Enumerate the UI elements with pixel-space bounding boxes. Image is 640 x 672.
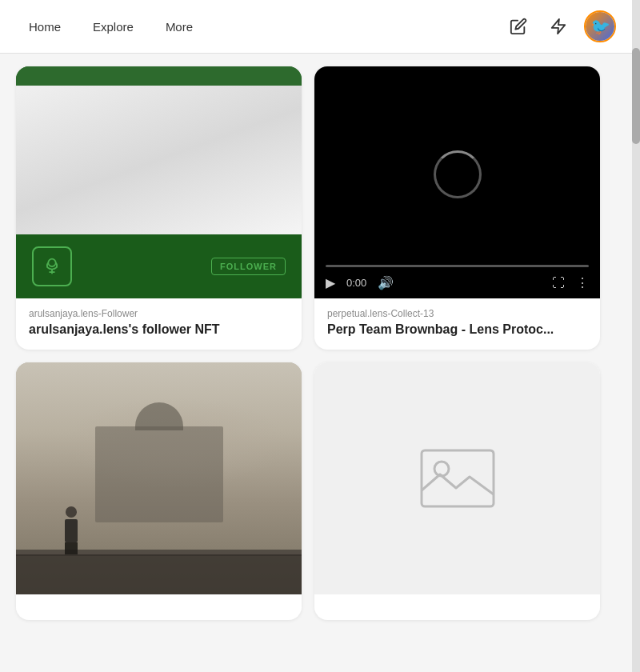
card-info-3 xyxy=(16,594,302,620)
scrollbar-thumb[interactable] xyxy=(632,48,640,144)
video-progress-bar[interactable] xyxy=(326,265,589,267)
compose-button[interactable] xyxy=(504,12,533,41)
nft-bottom-bar: FOLLOWER xyxy=(16,234,302,298)
header-nav: Home Explore More xyxy=(16,14,206,40)
video-controls-row: ▶ 0:00 🔊 ⛶ ⋮ xyxy=(326,275,589,290)
placeholder-icon xyxy=(418,446,498,510)
nft-white-area xyxy=(16,86,302,234)
person-figure xyxy=(64,506,78,554)
svg-point-5 xyxy=(434,462,449,476)
nav-home[interactable]: Home xyxy=(16,14,74,40)
card-subtitle-2: perpetual.lens-Collect-13 xyxy=(327,308,587,319)
card-title-2: Perp Team Brownbag - Lens Protoc... xyxy=(327,322,587,337)
card-photo xyxy=(16,362,302,620)
person-head xyxy=(66,506,77,518)
card-info-1: arulsanjaya.lens-Follower arulsanjaya.le… xyxy=(16,298,302,350)
video-controls: ▶ 0:00 🔊 ⛶ ⋮ xyxy=(314,257,600,298)
nft-top-bar xyxy=(16,66,302,86)
nft-follower-badge: FOLLOWER xyxy=(211,258,286,275)
play-button[interactable]: ▶ xyxy=(326,275,335,290)
video-left-controls: ▶ 0:00 🔊 xyxy=(326,275,394,290)
bw-photo xyxy=(16,362,302,594)
svg-marker-0 xyxy=(552,19,566,34)
nft-grid: FOLLOWER arulsanjaya.lens-Follower aruls… xyxy=(0,54,616,633)
nft-follower-media: FOLLOWER xyxy=(16,66,302,298)
avatar: 🐦 xyxy=(586,12,614,41)
header: Home Explore More 🐦 xyxy=(0,0,632,54)
more-options-icon[interactable]: ⋮ xyxy=(576,275,589,290)
card-info-4 xyxy=(314,594,600,620)
fullscreen-icon[interactable]: ⛶ xyxy=(552,276,565,290)
ground-shape xyxy=(16,554,302,594)
photo-media xyxy=(16,362,302,594)
compose-icon xyxy=(510,18,527,35)
nav-more[interactable]: More xyxy=(153,14,206,40)
video-spinner xyxy=(434,150,482,198)
header-actions: 🐦 xyxy=(504,10,616,42)
card-subtitle-1: arulsanjaya.lens-Follower xyxy=(29,308,289,319)
lightning-icon xyxy=(550,18,567,35)
card-info-2: perpetual.lens-Collect-13 Perp Team Brow… xyxy=(314,298,600,350)
video-right-controls: ⛶ ⋮ xyxy=(552,275,589,290)
svg-rect-4 xyxy=(422,450,494,506)
card-follower-nft: FOLLOWER arulsanjaya.lens-Follower aruls… xyxy=(16,66,302,350)
avatar-button[interactable]: 🐦 xyxy=(584,10,616,42)
volume-icon[interactable]: 🔊 xyxy=(378,275,394,290)
image-placeholder-icon xyxy=(418,446,498,510)
svg-point-1 xyxy=(48,259,55,266)
card-video: ▶ 0:00 🔊 ⛶ ⋮ perpetual.lens-Collect-13 P… xyxy=(314,66,600,350)
card-placeholder xyxy=(314,362,600,620)
nft-tree-icon xyxy=(32,246,72,286)
person-body xyxy=(65,519,78,542)
scrollbar[interactable] xyxy=(632,0,640,672)
video-media[interactable]: ▶ 0:00 🔊 ⛶ ⋮ xyxy=(314,66,600,298)
building-shape xyxy=(95,426,223,522)
notifications-button[interactable] xyxy=(544,12,573,41)
nav-explore[interactable]: Explore xyxy=(80,14,146,40)
card-title-1: arulsanjaya.lens's follower NFT xyxy=(29,322,289,337)
avatar-emoji: 🐦 xyxy=(590,17,610,36)
placeholder-media xyxy=(314,362,600,594)
person-legs xyxy=(65,542,78,554)
video-time: 0:00 xyxy=(346,277,366,289)
